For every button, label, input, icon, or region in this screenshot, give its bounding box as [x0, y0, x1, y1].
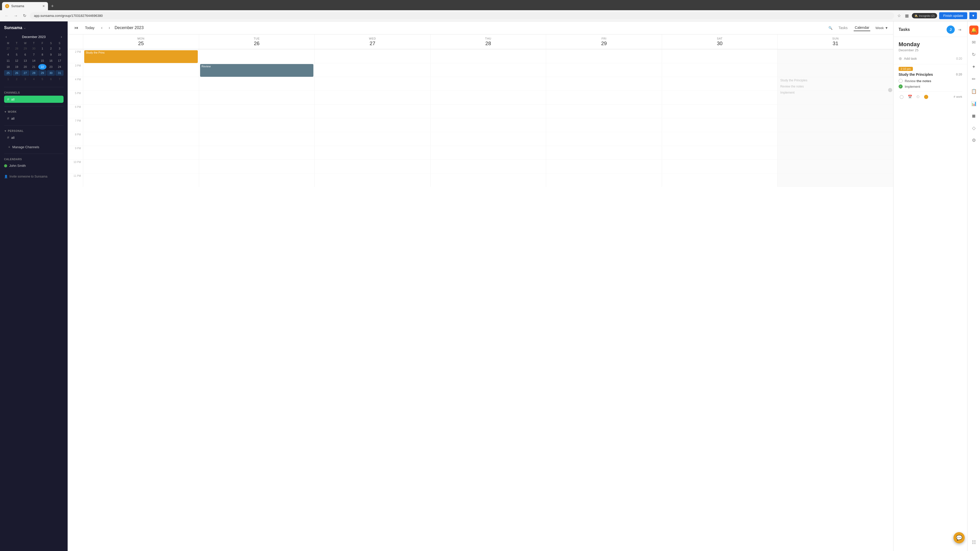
rail-chart-icon[interactable]: 📊: [969, 99, 978, 108]
rail-collapse-icon[interactable]: ☷: [969, 538, 978, 547]
mini-cal-day[interactable]: 24: [56, 64, 64, 70]
mini-cal-day[interactable]: 5: [38, 76, 46, 82]
cal-event-review[interactable]: Review: [200, 64, 313, 77]
rail-refresh-icon[interactable]: ↻: [969, 50, 978, 59]
forward-btn[interactable]: →: [12, 13, 19, 19]
cal-slot[interactable]: [431, 146, 546, 159]
mini-cal-day[interactable]: 21: [30, 64, 38, 70]
cal-slot[interactable]: [315, 104, 430, 118]
bookmark-btn[interactable]: ☆: [896, 12, 902, 19]
mini-cal-day[interactable]: 3: [56, 46, 64, 51]
cal-slot[interactable]: [546, 173, 662, 187]
chat-fab-btn[interactable]: 💬: [953, 532, 965, 543]
mini-cal-day[interactable]: 19: [13, 64, 21, 70]
mini-cal-day[interactable]: 2: [47, 46, 55, 51]
mini-cal-day[interactable]: 4: [4, 52, 12, 57]
cal-slot[interactable]: [199, 104, 315, 118]
cal-slot[interactable]: [431, 91, 546, 104]
mini-cal-day-selected[interactable]: 29: [38, 70, 46, 76]
mini-cal-next-btn[interactable]: ›: [59, 34, 64, 39]
mini-cal-day[interactable]: 28: [13, 46, 21, 51]
mini-cal-day-selected[interactable]: 25: [4, 70, 12, 76]
address-bar[interactable]: [30, 12, 894, 19]
cal-prev-week-btn[interactable]: ‹: [100, 24, 104, 31]
cal-slot[interactable]: [199, 49, 315, 63]
mini-cal-day[interactable]: 16: [47, 58, 55, 64]
task-calendar-btn[interactable]: 📅: [907, 94, 913, 99]
rail-connect-icon[interactable]: ✦: [969, 62, 978, 71]
cal-next-week-btn[interactable]: ›: [107, 24, 111, 31]
task-clock-btn[interactable]: ⏲: [915, 94, 921, 99]
sidebar-item-personal-all[interactable]: # all: [4, 134, 64, 141]
mini-cal-day[interactable]: 30: [30, 46, 38, 51]
mini-cal-day-today[interactable]: 22: [38, 64, 46, 70]
cal-slot[interactable]: [83, 91, 199, 104]
mini-cal-day[interactable]: 5: [13, 52, 21, 57]
cal-slot[interactable]: [431, 77, 546, 91]
cal-today-btn[interactable]: Today: [83, 25, 97, 31]
browser-tab[interactable]: S Sunsama ✕: [2, 2, 48, 10]
cal-slot[interactable]: [778, 91, 893, 104]
rail-settings-icon[interactable]: ⚙: [969, 136, 978, 145]
cal-slot[interactable]: [778, 132, 893, 146]
cal-slot[interactable]: [662, 104, 778, 118]
mini-cal-day[interactable]: 23: [47, 64, 55, 70]
finish-update-arrow-btn[interactable]: ▼: [969, 12, 977, 19]
mini-cal-day[interactable]: 6: [21, 52, 29, 57]
cal-slot[interactable]: [83, 146, 199, 159]
cal-slot[interactable]: [662, 132, 778, 146]
new-tab-btn[interactable]: +: [49, 3, 56, 10]
cal-slot[interactable]: [199, 173, 315, 187]
rail-github-icon[interactable]: ◇: [969, 124, 978, 133]
calendar-item-user[interactable]: John Smith: [4, 163, 64, 168]
mini-cal-prev-btn[interactable]: ‹: [4, 34, 8, 39]
mini-cal-day[interactable]: 1: [38, 46, 46, 51]
rail-mail-icon[interactable]: ✉: [969, 38, 978, 47]
cal-slot[interactable]: [315, 118, 430, 132]
mini-cal-day[interactable]: 18: [4, 64, 12, 70]
cal-slot[interactable]: [546, 132, 662, 146]
mini-cal-day[interactable]: 12: [13, 58, 21, 64]
cal-slot[interactable]: [83, 173, 199, 187]
finish-update-btn[interactable]: Finish update: [939, 12, 967, 19]
cal-slot[interactable]: [778, 104, 893, 118]
cal-slot[interactable]: [546, 159, 662, 173]
mini-cal-day[interactable]: 4: [30, 76, 38, 82]
cal-slot[interactable]: [315, 91, 430, 104]
mini-cal-day[interactable]: 8: [38, 52, 46, 57]
cal-slot[interactable]: [662, 159, 778, 173]
mini-cal-day-selected[interactable]: 26: [13, 70, 21, 76]
cal-event-study[interactable]: Study the Princ: [84, 50, 198, 63]
personal-collapse-icon[interactable]: ▼: [4, 130, 7, 132]
mini-cal-day[interactable]: 9: [47, 52, 55, 57]
tab-close-btn[interactable]: ✕: [42, 4, 45, 8]
cal-slot[interactable]: [546, 63, 662, 77]
cal-slot[interactable]: [199, 77, 315, 91]
mini-cal-day[interactable]: 13: [21, 58, 29, 64]
back-btn[interactable]: ←: [3, 13, 10, 19]
mini-cal-day[interactable]: 10: [56, 52, 64, 57]
mini-cal-day[interactable]: 20: [21, 64, 29, 70]
user-avatar[interactable]: J: [947, 25, 955, 34]
mini-cal-day[interactable]: 1: [4, 76, 12, 82]
cal-slot[interactable]: [662, 146, 778, 159]
rail-pencil-icon[interactable]: ✏: [969, 75, 978, 84]
mini-cal-day[interactable]: 3: [21, 76, 29, 82]
sidebar-item-all-channels[interactable]: # all: [4, 96, 64, 103]
cal-slot[interactable]: [431, 63, 546, 77]
app-title-chevron[interactable]: ⌵: [24, 26, 25, 30]
work-collapse-icon[interactable]: ▼: [4, 110, 7, 113]
mini-cal-day[interactable]: 6: [47, 76, 55, 82]
mini-cal-day-selected[interactable]: 31: [56, 70, 64, 76]
cal-slot[interactable]: [315, 49, 430, 63]
mini-cal-day[interactable]: 7: [56, 76, 64, 82]
rail-doc-icon[interactable]: 📋: [969, 87, 978, 96]
cal-slot[interactable]: [315, 173, 430, 187]
cal-slot[interactable]: [315, 77, 430, 91]
cal-slot[interactable]: [662, 173, 778, 187]
cal-slot[interactable]: [199, 91, 315, 104]
sidebar-item-work-all[interactable]: # all: [4, 115, 64, 122]
cal-slot[interactable]: [662, 77, 778, 91]
cal-slot[interactable]: [83, 77, 199, 91]
cal-slot[interactable]: [83, 63, 199, 77]
